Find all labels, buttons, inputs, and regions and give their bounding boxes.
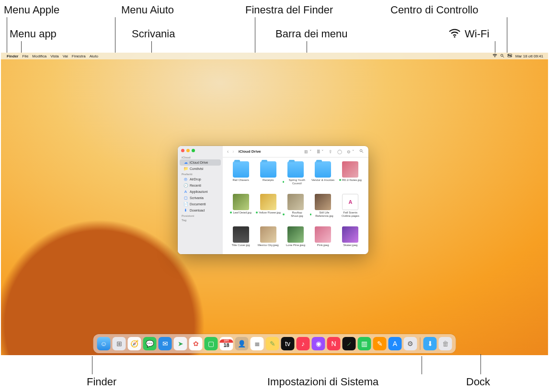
callout-centro-controllo: Centro di Controllo bbox=[390, 4, 478, 16]
finder-item[interactable]: Vendor & Invoices bbox=[310, 161, 336, 192]
menu-vai[interactable]: Vai bbox=[61, 54, 70, 58]
dock-podcasts-icon[interactable]: ◉ bbox=[312, 337, 325, 350]
finder-item-label: Vendor & Invoices bbox=[311, 179, 334, 182]
sidebar-item[interactable]: ☁︎iCloud Drive bbox=[180, 159, 221, 166]
menu-vista[interactable]: Vista bbox=[48, 54, 61, 58]
sidebar-item-label: Recenti bbox=[190, 184, 201, 187]
finder-item-label: Pink.jpeg bbox=[317, 244, 329, 247]
finder-item[interactable]: Yellow Flower.jpg bbox=[255, 194, 281, 224]
sidebar-section-header: Preferiti bbox=[178, 172, 223, 176]
dock-contacts-icon[interactable]: 👤 bbox=[235, 337, 249, 350]
dock-reminders-icon[interactable]: ≣ bbox=[251, 337, 264, 350]
action-button[interactable]: ⊖ ˅ bbox=[346, 149, 355, 154]
finder-item[interactable]: Still Life Reference.jpg bbox=[310, 194, 336, 224]
finder-item[interactable]: Pink.jpeg bbox=[310, 226, 336, 254]
search-button[interactable] bbox=[358, 149, 365, 154]
finder-item[interactable]: Receipts bbox=[255, 161, 281, 192]
sidebar-item-label: Scrivania bbox=[190, 196, 204, 200]
dock-messages-icon[interactable]: 💬 bbox=[143, 337, 157, 350]
file-thumbnail bbox=[287, 226, 304, 243]
dock-calendar-icon[interactable]: OTT18 bbox=[220, 337, 233, 350]
dock-news-icon[interactable]: N bbox=[327, 337, 341, 350]
svg-line-9 bbox=[362, 151, 363, 153]
finder-item-label: Spring Youth Council bbox=[283, 179, 309, 185]
callout-menu-app: Menu app bbox=[10, 28, 57, 40]
menu-finestra[interactable]: Finestra bbox=[70, 54, 88, 58]
wifi-status-icon[interactable] bbox=[491, 54, 499, 58]
finder-item-label: Receipts bbox=[263, 179, 274, 182]
app-menu[interactable]: Finder bbox=[5, 54, 20, 58]
spotlight-icon[interactable] bbox=[499, 54, 506, 59]
sidebar-item[interactable]: ◎AirDrop bbox=[180, 176, 221, 182]
dock-tv-icon[interactable]: tv bbox=[281, 337, 295, 350]
dock-settings-icon[interactable]: ⚙︎ bbox=[404, 337, 417, 350]
control-center-icon[interactable] bbox=[506, 54, 514, 58]
finder-item[interactable]: Leaf Detail.jpg bbox=[228, 194, 254, 224]
callout-finestra-finder: Finestra del Finder bbox=[245, 4, 333, 16]
view-mode-button[interactable]: ⊞ ˅ bbox=[303, 149, 313, 154]
finder-content-grid[interactable]: Rail ChasersReceiptsSpring Youth Council… bbox=[223, 157, 368, 254]
sidebar-item-icon: A bbox=[183, 190, 188, 194]
nav-forward-button[interactable]: › bbox=[232, 149, 234, 154]
share-button[interactable]: ⇧ bbox=[328, 149, 333, 154]
callout-menu-apple: Menu Apple bbox=[4, 4, 59, 16]
sidebar-section-header: Posizioni bbox=[178, 213, 223, 218]
finder-item[interactable]: Skater.jpeg bbox=[337, 226, 364, 254]
svg-point-5 bbox=[508, 54, 509, 55]
file-thumbnail bbox=[315, 226, 331, 243]
finder-item[interactable]: Title Cover.jpg bbox=[228, 226, 254, 254]
finder-window[interactable]: iCloud☁︎iCloud Drive📁CondivisiPreferiti◎… bbox=[178, 146, 368, 254]
dock-maps-icon[interactable]: ➤ bbox=[174, 337, 187, 350]
sidebar-item[interactable]: 🕘Recenti bbox=[180, 182, 221, 189]
folder-icon bbox=[315, 161, 331, 178]
file-thumbnail bbox=[315, 194, 331, 210]
menubar-datetime[interactable]: Mar 18 ott 09:41 bbox=[514, 54, 545, 58]
finder-item[interactable]: Mexico City.jpeg bbox=[255, 226, 281, 254]
sidebar-item-icon: ▢ bbox=[183, 196, 188, 200]
sidebar-item[interactable]: 📄Documenti bbox=[180, 201, 221, 207]
dock-downloads-icon[interactable]: ⬇︎ bbox=[423, 337, 437, 350]
sidebar-item-label: Condivisi bbox=[190, 167, 203, 170]
menu-aiuto[interactable]: Aiuto bbox=[88, 54, 100, 58]
finder-item[interactable]: Rooftop Shoot.jpg bbox=[282, 194, 309, 224]
tag-dot-icon bbox=[230, 212, 232, 213]
finder-item[interactable]: Spring Youth Council bbox=[282, 161, 309, 192]
svg-point-1 bbox=[494, 56, 495, 57]
maximize-button[interactable] bbox=[192, 149, 195, 152]
desktop-screen: Finder File Modifica Vista Vai Finestra … bbox=[1, 53, 548, 355]
sidebar-item[interactable]: 📁Condivisi bbox=[180, 166, 221, 172]
finder-item[interactable]: Lone Pine.jpeg bbox=[282, 226, 309, 254]
dock-music-icon[interactable]: ♪ bbox=[297, 337, 310, 350]
sidebar-item-icon: ☁︎ bbox=[183, 160, 188, 165]
menu-modifica[interactable]: Modifica bbox=[30, 54, 48, 58]
callout-finder: Finder bbox=[87, 376, 116, 388]
dock-facetime-icon[interactable]: ▢ bbox=[205, 337, 218, 350]
sidebar-item[interactable]: ⬇︎Download bbox=[180, 207, 221, 213]
finder-item[interactable]: Rail Chasers bbox=[228, 161, 254, 192]
sidebar-item[interactable]: ▢Scrivania bbox=[180, 195, 221, 201]
dock-numbers-icon[interactable]: ▥ bbox=[358, 337, 371, 350]
dock-trash-icon[interactable]: 🗑 bbox=[439, 337, 452, 350]
callout-impostazioni: Impostazioni di Sistema bbox=[267, 376, 378, 388]
dock-finder-icon[interactable]: ☺ bbox=[97, 337, 111, 350]
dock-notes-icon[interactable]: ✎ bbox=[266, 337, 279, 350]
dock-pages-icon[interactable]: ✎ bbox=[373, 337, 387, 350]
finder-item[interactable]: Fall Scents Outline.pages bbox=[337, 194, 364, 224]
dock-appstore-icon[interactable]: A bbox=[389, 337, 402, 350]
close-button[interactable] bbox=[181, 149, 184, 152]
dock-stocks-icon[interactable]: ⟋ bbox=[343, 337, 356, 350]
callout-wifi: Wi-Fi bbox=[448, 28, 489, 41]
nav-back-button[interactable]: ‹ bbox=[227, 149, 229, 154]
dock-mail-icon[interactable]: ✉︎ bbox=[159, 337, 172, 350]
dock-safari-icon[interactable]: 🧭 bbox=[128, 337, 141, 350]
dock-launchpad-icon[interactable]: ⊞ bbox=[113, 337, 126, 350]
finder-item[interactable]: RD.2-Notes.jpg bbox=[337, 161, 364, 192]
group-button[interactable]: ≣ ˅ bbox=[316, 149, 325, 154]
minimize-button[interactable] bbox=[186, 149, 190, 152]
tag-button[interactable]: ◯ bbox=[336, 149, 343, 154]
sidebar-item[interactable]: AApplicazioni bbox=[180, 189, 221, 195]
finder-toolbar: ‹ › iCloud Drive ⊞ ˅ ≣ ˅ ⇧ ◯ ⊖ ˅ bbox=[223, 146, 368, 157]
dock[interactable]: ☺⊞🧭💬✉︎➤✿▢OTT18👤≣✎tv♪◉N⟋▥✎A⚙︎⬇︎🗑 bbox=[93, 334, 456, 353]
dock-photos-icon[interactable]: ✿ bbox=[189, 337, 203, 350]
menu-file[interactable]: File bbox=[20, 54, 30, 58]
